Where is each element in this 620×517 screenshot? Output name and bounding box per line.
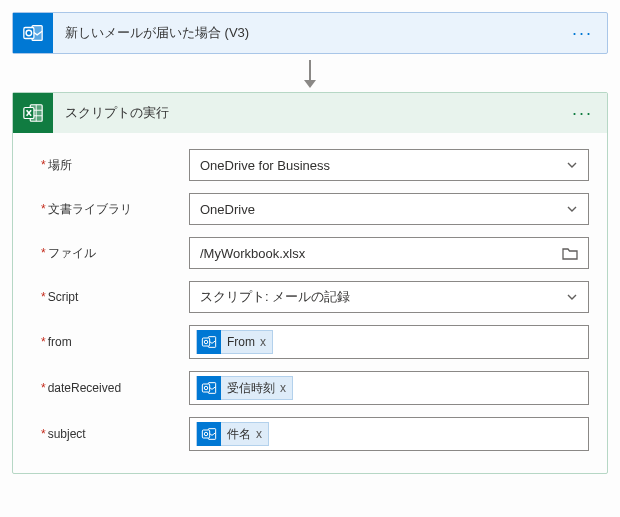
token-remove-button[interactable]: x (279, 381, 292, 395)
token-remove-button[interactable]: x (255, 427, 268, 441)
field-row-dateReceived: *dateReceived 受信時刻 x (41, 371, 589, 405)
outlook-icon (197, 330, 221, 354)
field-label: *from (41, 335, 189, 349)
dateReceived-input[interactable]: 受信時刻 x (189, 371, 589, 405)
field-label: *場所 (41, 157, 189, 174)
action-step-header[interactable]: スクリプトの実行 ··· (13, 93, 607, 133)
field-row-subject: *subject 件名 x (41, 417, 589, 451)
trigger-step-title: 新しいメールが届いた場合 (V3) (53, 24, 568, 42)
outlook-icon (197, 376, 221, 400)
svg-rect-17 (202, 430, 209, 438)
action-step-menu-button[interactable]: ··· (568, 103, 597, 124)
flow-connector (12, 60, 608, 88)
field-row-from: *from From x (41, 325, 589, 359)
field-label: *文書ライブラリ (41, 201, 189, 218)
library-dropdown[interactable]: OneDrive (189, 193, 589, 225)
from-input[interactable]: From x (189, 325, 589, 359)
field-label: *subject (41, 427, 189, 441)
excel-icon (13, 93, 53, 133)
chevron-down-icon (566, 159, 578, 171)
dynamic-token-subject[interactable]: 件名 x (196, 422, 269, 446)
token-remove-button[interactable]: x (259, 335, 272, 349)
file-picker[interactable]: /MyWorkbook.xlsx (189, 237, 589, 269)
field-label: *Script (41, 290, 189, 304)
trigger-step-menu-button[interactable]: ··· (568, 23, 597, 44)
action-step-title: スクリプトの実行 (53, 104, 568, 122)
field-row-location: *場所 OneDrive for Business (41, 149, 589, 181)
chevron-down-icon (566, 203, 578, 215)
subject-input[interactable]: 件名 x (189, 417, 589, 451)
field-label: *ファイル (41, 245, 189, 262)
svg-rect-11 (202, 338, 209, 346)
field-label: *dateReceived (41, 381, 189, 395)
folder-icon[interactable] (562, 246, 578, 260)
outlook-icon (197, 422, 221, 446)
svg-rect-14 (202, 384, 209, 392)
dynamic-token-from[interactable]: From x (196, 330, 273, 354)
arrow-down-icon (304, 80, 316, 88)
action-step: スクリプトの実行 ··· *場所 OneDrive for Business *… (12, 92, 608, 474)
location-dropdown[interactable]: OneDrive for Business (189, 149, 589, 181)
script-dropdown[interactable]: スクリプト: メールの記録 (189, 281, 589, 313)
trigger-step[interactable]: 新しいメールが届いた場合 (V3) ··· (12, 12, 608, 54)
chevron-down-icon (566, 291, 578, 303)
dynamic-token-dateReceived[interactable]: 受信時刻 x (196, 376, 293, 400)
field-row-library: *文書ライブラリ OneDrive (41, 193, 589, 225)
field-row-file: *ファイル /MyWorkbook.xlsx (41, 237, 589, 269)
outlook-icon (13, 13, 53, 53)
field-row-script: *Script スクリプト: メールの記録 (41, 281, 589, 313)
action-step-body: *場所 OneDrive for Business *文書ライブラリ OneDr… (13, 133, 607, 473)
svg-rect-2 (24, 28, 34, 39)
flow-canvas: 新しいメールが届いた場合 (V3) ··· スクリプトの実行 ·· (12, 12, 608, 517)
trigger-step-header[interactable]: 新しいメールが届いた場合 (V3) ··· (13, 13, 607, 53)
